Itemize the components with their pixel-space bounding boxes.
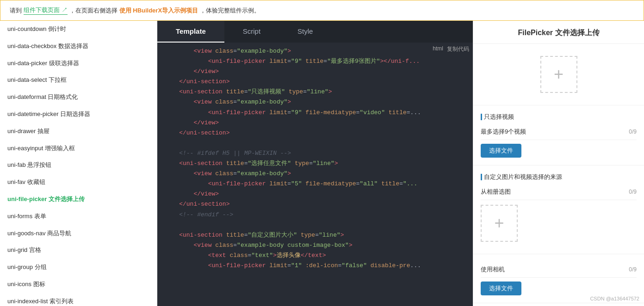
upload-box-main[interactable]: + bbox=[540, 56, 577, 93]
tab-script[interactable]: Script bbox=[224, 21, 279, 43]
copy-code-button[interactable]: 复制代码 bbox=[447, 45, 469, 53]
sidebar: uni-countdown 倒计时 uni-data-checkbox 数据选择… bbox=[0, 21, 157, 306]
sidebar-item-uni-grid[interactable]: uni-grid 宫格 bbox=[0, 242, 157, 259]
notice-middle: ，在页面右侧选择 bbox=[69, 6, 118, 15]
sidebar-item-uni-datetime-picker[interactable]: uni-datetime-picker 日期选择器 bbox=[0, 106, 157, 123]
sidebar-item-uni-fab[interactable]: uni-fab 悬浮按钮 bbox=[0, 157, 157, 174]
preview-only-video: 只选择视频 最多选择9个视频 0/9 选择文件 bbox=[473, 105, 644, 165]
sidebar-item-uni-data-checkbox[interactable]: uni-data-checkbox 数据选择器 bbox=[0, 38, 157, 55]
tab-template[interactable]: Template bbox=[157, 21, 224, 43]
html-label: html bbox=[433, 45, 443, 53]
notice-banner: 请到 组件下载页面 ↗ ，在页面右侧选择 使用 HBuilderX导入示例项目 … bbox=[0, 0, 644, 21]
notice-link[interactable]: 组件下载页面 ↗ bbox=[24, 6, 68, 15]
blue-bar-icon bbox=[481, 114, 482, 120]
notice-prefix: 请到 bbox=[10, 6, 22, 15]
only-video-label: 只选择视频 bbox=[481, 113, 637, 121]
main-layout: uni-countdown 倒计时 uni-data-checkbox 数据选择… bbox=[0, 21, 644, 306]
preview-upload-section: + bbox=[473, 44, 644, 105]
sidebar-item-uni-file-picker[interactable]: uni-file-picker 文件选择上传 bbox=[0, 191, 157, 208]
preview-title: FilePicker 文件选择上传 bbox=[473, 21, 644, 44]
select-file-button-video[interactable]: 选择文件 bbox=[481, 144, 521, 158]
notice-highlight: 使用 HBuilderX导入示例项目 bbox=[119, 6, 198, 15]
code-block: <view class="example-body"> <uni-file-pi… bbox=[157, 46, 473, 271]
code-content[interactable]: html 复制代码 <view class="example-body"> <u… bbox=[157, 43, 473, 306]
sidebar-item-uni-group[interactable]: uni-group 分组 bbox=[0, 259, 157, 276]
code-toolbar: html 复制代码 bbox=[433, 45, 469, 53]
sidebar-item-uni-fav[interactable]: uni-fav 收藏钮 bbox=[0, 174, 157, 191]
blue-bar-icon-2 bbox=[481, 174, 482, 180]
sidebar-item-uni-icons[interactable]: uni-icons 图标 bbox=[0, 276, 157, 293]
tab-style[interactable]: Style bbox=[279, 21, 331, 43]
watermark: CSDN @a136447572 bbox=[590, 296, 639, 301]
sidebar-item-uni-countdown[interactable]: uni-countdown 倒计时 bbox=[0, 21, 157, 38]
sidebar-item-uni-drawer[interactable]: uni-drawer 抽屉 bbox=[0, 123, 157, 140]
sidebar-item-uni-data-select[interactable]: uni-data-select 下拉框 bbox=[0, 72, 157, 89]
preview-panel: FilePicker 文件选择上传 + 只选择视频 最多选择9个视频 0/9 选… bbox=[473, 21, 644, 306]
sidebar-item-uni-data-picker[interactable]: uni-data-picker 级联选择器 bbox=[0, 55, 157, 72]
preview-custom-source: 自定义图片和视频选择的来源 从相册选图 0/9 + bbox=[473, 165, 644, 254]
select-file-button-camera[interactable]: 选择文件 bbox=[481, 282, 521, 295]
album-row: 从相册选图 0/9 bbox=[481, 184, 637, 200]
sidebar-item-uni-dateformat[interactable]: uni-dateformat 日期格式化 bbox=[0, 89, 157, 106]
sidebar-item-uni-goods-nav[interactable]: uni-goods-nav 商品导航 bbox=[0, 225, 157, 242]
custom-source-label: 自定义图片和视频选择的来源 bbox=[481, 173, 637, 181]
notice-suffix: ，体验完整组件示例。 bbox=[200, 6, 260, 15]
sidebar-item-uni-easyinput[interactable]: uni-easyinput 增强输入框 bbox=[0, 140, 157, 157]
tabs-bar: Template Script Style bbox=[157, 21, 473, 43]
max-video-row: 最多选择9个视频 0/9 bbox=[481, 124, 637, 140]
upload-box-album[interactable]: + bbox=[481, 205, 518, 242]
sidebar-item-uni-forms[interactable]: uni-forms 表单 bbox=[0, 208, 157, 225]
sidebar-item-uni-indexed-list[interactable]: uni-indexed-list 索引列表 bbox=[0, 293, 157, 306]
camera-row: 使用相机 0/9 bbox=[481, 262, 637, 278]
code-panel: Template Script Style html 复制代码 <view cl… bbox=[157, 21, 473, 306]
